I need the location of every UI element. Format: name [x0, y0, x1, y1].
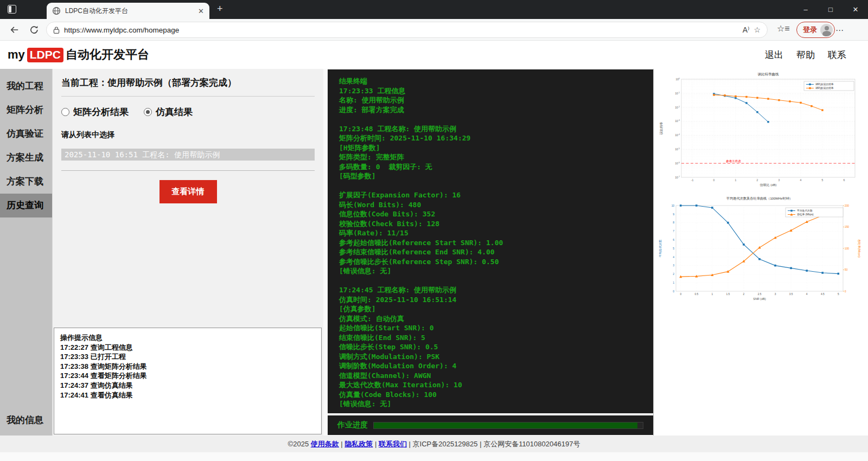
svg-text:10-3: 10-3 [675, 119, 680, 123]
svg-text:0: 0 [845, 290, 846, 293]
svg-text:参考工作点: 参考工作点 [725, 159, 741, 163]
footer-line: ©2025 使用条款 | 隐私政策 | 联系我们 | 京ICP备20251298… [288, 439, 580, 449]
lock-icon [53, 26, 60, 34]
progress-fill [374, 422, 637, 428]
svg-text:0: 0 [680, 293, 681, 296]
svg-text:2: 2 [743, 293, 745, 296]
svg-text:10-5: 10-5 [675, 148, 680, 151]
svg-text:吞吐率 (Mbps): 吞吐率 (Mbps) [797, 213, 814, 216]
header-link-help[interactable]: 帮助 [796, 49, 815, 61]
svg-text:2: 2 [673, 273, 674, 276]
divider [61, 170, 315, 171]
page-footer: ©2025 使用条款 | 隐私政策 | 联系我们 | 京ICP备20251298… [0, 436, 868, 452]
tab-title: LDPC自动化开发平台 [65, 7, 194, 16]
footer-link-1[interactable]: 隐私政策 [344, 440, 373, 448]
svg-text:3: 3 [673, 264, 674, 267]
sidebar-item-2[interactable]: 仿真验证 [0, 122, 52, 146]
sidebar-item-3[interactable]: 方案生成 [0, 146, 52, 170]
sidebar-nav: 我的信息 我的工程矩阵分析仿真验证方案生成方案下载历史查询 [0, 69, 52, 436]
logo-suffix: 自动化开发平台 [66, 47, 149, 63]
svg-text:信噪比 (dB): 信噪比 (dB) [760, 183, 776, 187]
window-controls: – □ ✕ [793, 0, 868, 19]
header-link-logout[interactable]: 退出 [765, 49, 783, 61]
svg-text:6: 6 [673, 239, 674, 241]
svg-text:误比特率曲线: 误比特率曲线 [758, 72, 780, 76]
logo-ldpc-badge: LDPC [27, 48, 63, 62]
radio-option-1[interactable]: 仿真结果 [144, 106, 193, 118]
url-bar[interactable]: https://www.myldpc.com/homepage A⁾ ☆ [46, 22, 768, 38]
svg-text:10-6: 10-6 [675, 162, 680, 165]
logo-prefix: my [8, 48, 25, 62]
radio-label: 矩阵分析结果 [73, 106, 129, 118]
svg-text:0: 0 [673, 290, 674, 293]
svg-text:3: 3 [775, 293, 776, 296]
back-icon[interactable] [10, 25, 20, 35]
view-details-button[interactable]: 查看详情 [159, 180, 217, 203]
collections-icon[interactable]: ☆≡ [777, 23, 790, 34]
url-text[interactable]: https://www.myldpc.com/homepage [64, 26, 738, 34]
svg-text:6: 6 [844, 178, 845, 182]
browser-address-bar: https://www.myldpc.com/homepage A⁾ ☆ ☆≡ … [0, 19, 868, 41]
svg-text:10: 10 [672, 204, 675, 207]
svg-text:8: 8 [673, 221, 674, 224]
radio-icon[interactable] [144, 108, 152, 116]
list-hint: 请从列表中选择 [61, 130, 315, 140]
svg-text:0: 0 [713, 178, 715, 182]
svg-text:1: 1 [711, 293, 713, 296]
footer-link-0[interactable]: 使用条款 [311, 440, 339, 448]
sidebar-item-4[interactable]: 方案下载 [0, 170, 52, 194]
svg-text:平均迭代次数: 平均迭代次数 [659, 239, 662, 258]
footer-link-2[interactable]: 联系我们 [379, 440, 407, 448]
svg-text:10-4: 10-4 [675, 133, 680, 137]
svg-text:4: 4 [800, 178, 802, 182]
sidebar-item-my-info[interactable]: 我的信息 [0, 409, 52, 431]
svg-text:4: 4 [673, 256, 674, 259]
result-terminal: 结果终端 17:23:33 工程信息 名称: 使用帮助示例 进度: 部署方案完成… [328, 69, 653, 413]
tab-close-icon[interactable]: ✕ [198, 7, 204, 15]
history-list: 2025-11-10 16:51 工程名: 使用帮助示例 [61, 149, 315, 161]
current-project-title: 当前工程：使用帮助示例（部署方案完成） [61, 76, 315, 97]
new-tab-button[interactable]: + [217, 3, 223, 15]
more-menu-icon[interactable]: ⋯ [835, 25, 844, 35]
svg-text:1: 1 [673, 281, 674, 284]
iteration-throughput-chart: 01234567891005010015020000.511.522.533.5… [656, 195, 865, 310]
sidebar-item-1[interactable]: 矩阵分析 [0, 98, 52, 122]
svg-text:200: 200 [845, 204, 849, 207]
tab-actions-icon[interactable] [8, 5, 16, 14]
svg-text:10-7: 10-7 [675, 176, 680, 179]
login-button[interactable]: 登录 [796, 22, 835, 38]
svg-text:5: 5 [838, 293, 839, 296]
svg-text:3: 3 [778, 178, 780, 182]
globe-icon [52, 7, 61, 15]
browser-tab[interactable]: LDPC自动化开发平台 ✕ [47, 3, 209, 19]
op-log-title: 操作提示信息 [60, 333, 315, 343]
maximize-button[interactable]: □ [818, 0, 843, 19]
svg-text:译码后误比特率: 译码后误比特率 [815, 82, 834, 86]
svg-text:2.5: 2.5 [758, 293, 762, 296]
sidebar-item-5[interactable]: 历史查询 [0, 194, 52, 217]
svg-text:7: 7 [673, 230, 674, 233]
sidebar-item-0[interactable]: 我的工程 [0, 74, 52, 98]
read-aloud-icon[interactable]: A⁾ [743, 25, 750, 34]
svg-text:1: 1 [735, 178, 737, 182]
terminal-output: 结果终端 17:23:33 工程信息 名称: 使用帮助示例 进度: 部署方案完成… [339, 77, 503, 408]
svg-text:4.5: 4.5 [821, 293, 825, 296]
svg-text:-1: -1 [691, 178, 694, 182]
radio-icon[interactable] [61, 108, 69, 116]
svg-text:10-1: 10-1 [675, 92, 680, 95]
minimize-button[interactable]: – [793, 0, 818, 19]
svg-text:平均迭代次数: 平均迭代次数 [797, 209, 813, 212]
svg-text:100: 100 [675, 78, 680, 81]
favorite-star-icon[interactable]: ☆ [754, 25, 761, 34]
svg-text:10-2: 10-2 [675, 106, 680, 109]
close-button[interactable]: ✕ [843, 0, 868, 19]
radio-option-0[interactable]: 矩阵分析结果 [61, 106, 129, 118]
progress-label: 作业进度 [337, 420, 368, 430]
op-log-lines: 17:22:27 查询工程信息17:23:33 已打开工程17:23:38 查询… [60, 343, 315, 400]
svg-text:平均迭代次数及吞吐率曲线（100MHz时钟）: 平均迭代次数及吞吐率曲线（100MHz时钟） [726, 196, 793, 201]
svg-text:SNR (dB): SNR (dB) [753, 297, 766, 300]
history-list-item[interactable]: 2025-11-10 16:51 工程名: 使用帮助示例 [61, 149, 315, 161]
header-link-contact[interactable]: 联系 [828, 49, 846, 61]
refresh-icon[interactable] [29, 25, 39, 35]
progress-track [373, 422, 643, 429]
